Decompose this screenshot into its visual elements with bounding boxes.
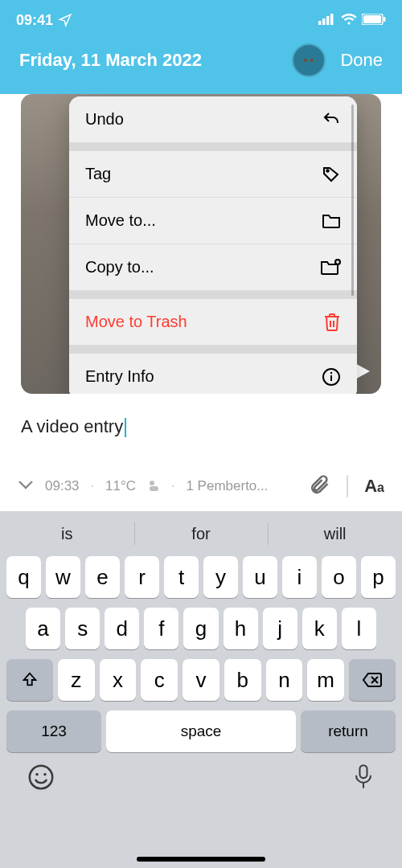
key-e[interactable]: e: [85, 556, 120, 598]
folder-icon: [322, 213, 341, 229]
context-menu: Undo Tag Move to... Copy to...: [69, 96, 357, 394]
key-row-1: q w e r t y u i o p: [0, 556, 402, 598]
home-indicator[interactable]: [137, 857, 265, 862]
cellular-icon: [318, 12, 336, 29]
svg-point-13: [35, 773, 38, 776]
info-icon: [322, 367, 341, 387]
key-a[interactable]: a: [26, 608, 60, 649]
menu-label: Copy to...: [85, 258, 154, 276]
svg-rect-6: [384, 17, 386, 22]
weather-icon: [147, 478, 160, 494]
key-w[interactable]: w: [46, 556, 80, 598]
status-time: 09:41: [16, 12, 53, 29]
entry-text-input[interactable]: A video entry: [0, 394, 402, 437]
meta-row: 09:33 · 11°C · 1 Pemberto... Aa: [0, 468, 402, 505]
key-d[interactable]: d: [105, 608, 139, 649]
meta-weather[interactable]: 11°C: [105, 478, 136, 494]
key-u[interactable]: u: [243, 556, 277, 598]
menu-tag[interactable]: Tag: [69, 151, 357, 198]
menu-scrollbar[interactable]: [351, 104, 354, 296]
svg-point-10: [330, 371, 332, 373]
svg-point-14: [43, 773, 46, 776]
key-s[interactable]: s: [65, 608, 100, 649]
menu-label: Move to...: [85, 211, 156, 230]
location-arrow-icon: [58, 13, 72, 27]
key-c[interactable]: c: [141, 659, 178, 701]
text-format-button[interactable]: Aa: [364, 476, 384, 497]
meta-location[interactable]: 1 Pemberto...: [186, 478, 268, 494]
menu-undo[interactable]: Undo: [69, 96, 357, 143]
screen: 09:41 Friday, 11 March 2022: [0, 0, 402, 868]
meta-time[interactable]: 09:33: [45, 478, 80, 494]
svg-point-12: [30, 766, 52, 788]
menu-label: Tag: [85, 165, 111, 183]
text-cursor: [125, 418, 126, 437]
key-j[interactable]: j: [263, 608, 297, 649]
key-v[interactable]: v: [183, 659, 219, 701]
undo-icon: [322, 110, 341, 129]
svg-rect-2: [326, 16, 330, 25]
key-row-3: z x c v b n m: [0, 659, 402, 701]
suggestion-2[interactable]: for: [134, 511, 269, 556]
suggestion-3[interactable]: will: [268, 511, 402, 556]
suggestion-bar: is for will: [0, 511, 402, 556]
key-l[interactable]: l: [342, 608, 376, 649]
menu-entry-info[interactable]: Entry Info: [69, 354, 357, 394]
key-space[interactable]: space: [106, 710, 296, 752]
key-r[interactable]: r: [125, 556, 159, 598]
key-m[interactable]: m: [307, 659, 344, 701]
header: 09:41 Friday, 11 March 2022: [0, 0, 402, 94]
keyboard-bottom-bar: [0, 764, 402, 794]
trash-icon: [323, 313, 341, 332]
menu-copy-to[interactable]: Copy to...: [69, 244, 357, 291]
title-bar: Friday, 11 March 2022 Done: [0, 32, 402, 88]
key-i[interactable]: i: [282, 556, 317, 598]
divider: [347, 475, 348, 497]
key-h[interactable]: h: [224, 608, 258, 649]
attachment-icon[interactable]: [308, 473, 330, 499]
key-f[interactable]: f: [144, 608, 178, 649]
page-title: Friday, 11 March 2022: [19, 50, 202, 71]
menu-label: Undo: [85, 110, 124, 129]
suggestion-1[interactable]: is: [0, 511, 134, 556]
key-o[interactable]: o: [322, 556, 356, 598]
entry-text-value: A video entry: [21, 416, 123, 436]
tag-icon: [322, 165, 341, 184]
svg-rect-1: [322, 18, 326, 25]
video-thumbnail[interactable]: Undo Tag Move to... Copy to...: [21, 94, 381, 394]
key-k[interactable]: k: [302, 608, 337, 649]
svg-rect-3: [330, 14, 334, 25]
microphone-icon[interactable]: [352, 764, 375, 794]
folder-plus-icon: [320, 259, 341, 276]
key-g[interactable]: g: [183, 608, 218, 649]
key-t[interactable]: t: [164, 556, 199, 598]
key-q[interactable]: q: [6, 556, 41, 598]
menu-move-to-trash[interactable]: Move to Trash: [69, 299, 357, 346]
key-n[interactable]: n: [266, 659, 303, 701]
chevron-down-icon[interactable]: [18, 479, 34, 493]
keyboard: is for will q w e r t y u i o p a s d f …: [0, 511, 402, 868]
key-numbers[interactable]: 123: [6, 710, 101, 752]
wifi-icon: [341, 12, 357, 29]
menu-move-to[interactable]: Move to...: [69, 198, 357, 244]
key-z[interactable]: z: [58, 659, 95, 701]
emoji-icon[interactable]: [27, 764, 55, 794]
svg-rect-5: [363, 15, 381, 23]
key-shift[interactable]: [6, 659, 53, 701]
svg-point-11: [150, 481, 154, 485]
done-button[interactable]: Done: [340, 50, 383, 71]
key-b[interactable]: b: [224, 659, 261, 701]
key-row-4: 123 space return: [0, 710, 402, 752]
avatar[interactable]: [292, 43, 326, 77]
key-x[interactable]: x: [100, 659, 137, 701]
key-p[interactable]: p: [361, 556, 396, 598]
status-bar: 09:41: [0, 0, 402, 32]
battery-icon: [362, 12, 386, 29]
svg-point-7: [326, 170, 329, 172]
key-row-2: a s d f g h j k l: [0, 608, 402, 649]
key-backspace[interactable]: [349, 659, 396, 701]
key-y[interactable]: y: [203, 556, 238, 598]
key-return[interactable]: return: [301, 710, 396, 752]
menu-label: Move to Trash: [85, 313, 187, 331]
menu-label: Entry Info: [85, 367, 154, 386]
